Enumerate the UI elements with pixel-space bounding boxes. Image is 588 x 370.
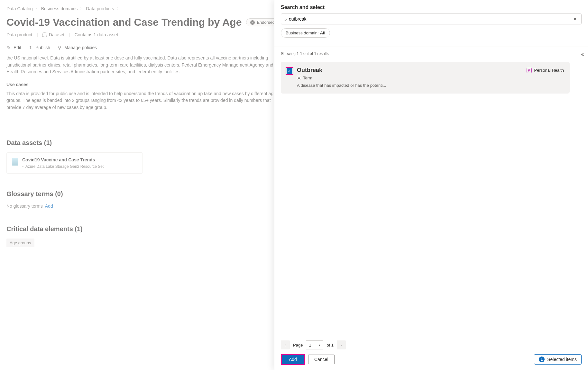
results-count: Showing 1-1 out of 1 results: [281, 51, 570, 56]
panel-title: Search and select: [281, 5, 582, 10]
domain-filter[interactable]: Business domain: All: [281, 28, 330, 38]
count-badge: 1: [539, 356, 545, 362]
clear-icon[interactable]: ✕: [572, 15, 578, 23]
prev-page-button[interactable]: ‹: [281, 340, 290, 349]
search-select-panel: Search and select ⌕ ✕ Business domain: A…: [274, 0, 588, 370]
highlight-box: Add: [281, 354, 305, 365]
result-description: A disease that has impacted or has the p…: [297, 83, 564, 88]
page-of: of 1: [326, 343, 334, 347]
result-title: Outbreak: [297, 67, 322, 74]
chevron-down-icon: ▾: [319, 343, 320, 347]
result-card[interactable]: ✓ Outbreak P Personal Health Term: [281, 62, 570, 94]
collapse-icon[interactable]: «: [581, 51, 584, 57]
search-box[interactable]: ⌕ ✕: [281, 14, 582, 24]
selected-items-button[interactable]: 1 Selected items: [534, 354, 582, 365]
page-label: Page: [293, 343, 303, 347]
page-select[interactable]: 1 ▾: [306, 340, 323, 349]
pager: ‹ Page 1 ▾ of 1 ›: [274, 336, 577, 354]
term-icon: [297, 76, 301, 80]
domain-letter-icon: P: [527, 68, 532, 73]
add-button[interactable]: Add: [282, 355, 304, 364]
result-type: Term: [303, 76, 312, 80]
result-domain-tag: P Personal Health: [527, 68, 564, 73]
search-input[interactable]: [287, 16, 572, 22]
next-page-button[interactable]: ›: [337, 340, 346, 349]
checkbox-checked[interactable]: ✓: [287, 68, 292, 74]
search-icon: ⌕: [284, 17, 287, 22]
cancel-button[interactable]: Cancel: [308, 355, 335, 364]
